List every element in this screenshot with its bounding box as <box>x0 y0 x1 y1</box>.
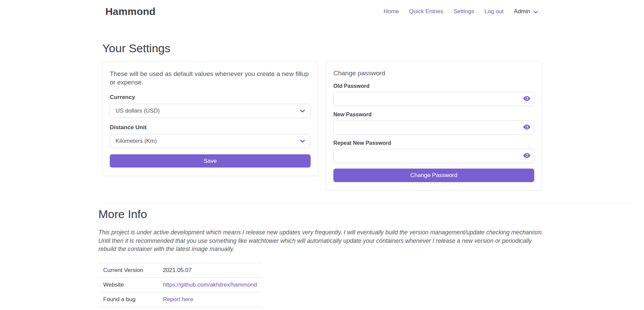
current-version-value: 2021.05.07 <box>158 263 262 277</box>
chevron-down-icon <box>533 9 538 15</box>
change-password-button[interactable]: Change Password <box>333 169 534 182</box>
distance-unit-label: Distance Unit <box>110 124 311 131</box>
eye-icon <box>523 96 531 102</box>
eye-icon <box>523 124 531 131</box>
info-row-label: Website <box>99 277 158 292</box>
defaults-card: These will be used as default values whe… <box>102 61 318 176</box>
website-link[interactable]: https://github.com/akhilrex/hammond <box>163 282 257 288</box>
new-password-input[interactable] <box>333 120 534 135</box>
info-row-label: Current Version <box>99 263 158 277</box>
defaults-description: These will be used as default values whe… <box>110 70 309 86</box>
table-row: Found a bug Report here <box>99 292 262 307</box>
user-menu-admin[interactable]: Admin <box>514 8 538 15</box>
save-button[interactable]: Save <box>110 154 311 168</box>
repeat-new-password-input[interactable] <box>333 149 534 163</box>
user-menu-label: Admin <box>514 8 530 15</box>
toggle-password-visibility-button[interactable] <box>523 96 531 102</box>
nav-item-settings[interactable]: Settings <box>454 8 474 15</box>
chevron-down-icon <box>300 108 305 114</box>
info-row-label: Feature Request <box>99 307 158 310</box>
currency-selected-value: US dollars (USD) <box>116 108 160 114</box>
more-info-table: Current Version 2021.05.07 Website https… <box>99 263 262 310</box>
distance-unit-selected-value: Kilometers (Km) <box>116 138 157 144</box>
table-row: Feature Request Request here <box>99 307 262 310</box>
distance-unit-select[interactable]: Kilometers (Km) <box>110 134 311 148</box>
section-divider <box>103 203 632 203</box>
old-password-label: Old Password <box>333 83 534 89</box>
toggle-password-visibility-button[interactable] <box>523 153 531 159</box>
more-info-title: More Info <box>99 208 546 221</box>
nav-item-logout[interactable]: Log out <box>484 8 504 15</box>
report-bug-link[interactable]: Report here <box>163 296 193 303</box>
change-password-title: Change password <box>333 70 534 77</box>
eye-icon <box>523 153 531 159</box>
top-navbar: Hammond Home Quick Entries Settings Log … <box>0 0 644 23</box>
nav-item-home[interactable]: Home <box>383 8 399 15</box>
app-logo[interactable]: Hammond <box>105 6 155 17</box>
currency-label: Currency <box>110 94 311 101</box>
repeat-new-password-label: Repeat New Password <box>333 140 534 146</box>
main-nav: Home Quick Entries Settings Log out Admi… <box>383 8 538 15</box>
more-info-note: This project is under active development… <box>99 228 546 253</box>
new-password-label: New Password <box>333 112 534 118</box>
table-row: Website https://github.com/akhilrex/hamm… <box>99 277 262 292</box>
chevron-down-icon <box>300 138 305 144</box>
nav-item-quick-entries[interactable]: Quick Entries <box>409 8 443 15</box>
toggle-password-visibility-button[interactable] <box>523 124 531 131</box>
currency-select[interactable]: US dollars (USD) <box>110 104 311 118</box>
page-title: Your Settings <box>102 42 542 55</box>
table-row: Current Version 2021.05.07 <box>99 263 262 277</box>
change-password-card: Change password Old Password New Passwor… <box>326 61 542 191</box>
info-row-label: Found a bug <box>99 292 158 307</box>
old-password-input[interactable] <box>333 92 534 106</box>
